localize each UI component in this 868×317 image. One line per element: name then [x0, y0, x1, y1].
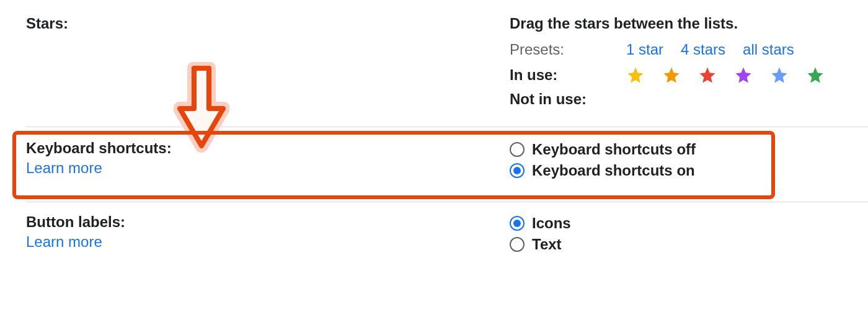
button-labels-icons-radio[interactable]: [510, 216, 525, 231]
orange-star-icon[interactable]: [662, 66, 681, 84]
yellow-star-icon[interactable]: [626, 66, 645, 84]
blue-star-icon[interactable]: [770, 66, 789, 84]
keyboard-shortcuts-off-radio[interactable]: [510, 142, 525, 157]
purple-star-icon[interactable]: [734, 66, 753, 84]
stars-label: Stars:: [26, 15, 510, 32]
button-labels-label: Button labels:: [26, 213, 510, 231]
preset-4-stars[interactable]: 4 stars: [681, 41, 725, 58]
green-star-icon[interactable]: [806, 66, 825, 84]
button-labels-text-label: Text: [532, 236, 562, 253]
keyboard-shortcuts-label: Keyboard shortcuts:: [26, 140, 510, 157]
button-labels-icons-label: Icons: [532, 215, 571, 232]
stars-instruction: Drag the stars between the lists.: [510, 15, 868, 32]
button-labels-learn-more-link[interactable]: Learn more: [26, 233, 510, 251]
keyboard-shortcuts-on-label: Keyboard shortcuts on: [532, 162, 695, 179]
keyboard-shortcuts-off-label: Keyboard shortcuts off: [532, 141, 696, 158]
keyboard-shortcuts-learn-more-link[interactable]: Learn more: [26, 159, 510, 177]
preset-1-star[interactable]: 1 star: [626, 41, 663, 58]
keyboard-shortcuts-on-radio[interactable]: [510, 163, 525, 178]
presets-label: Presets:: [510, 41, 609, 58]
in-use-label: In use:: [510, 66, 626, 84]
not-in-use-label: Not in use:: [510, 91, 626, 108]
red-star-icon[interactable]: [698, 66, 717, 84]
button-labels-text-radio[interactable]: [510, 237, 525, 252]
preset-all-stars[interactable]: all stars: [743, 41, 794, 58]
